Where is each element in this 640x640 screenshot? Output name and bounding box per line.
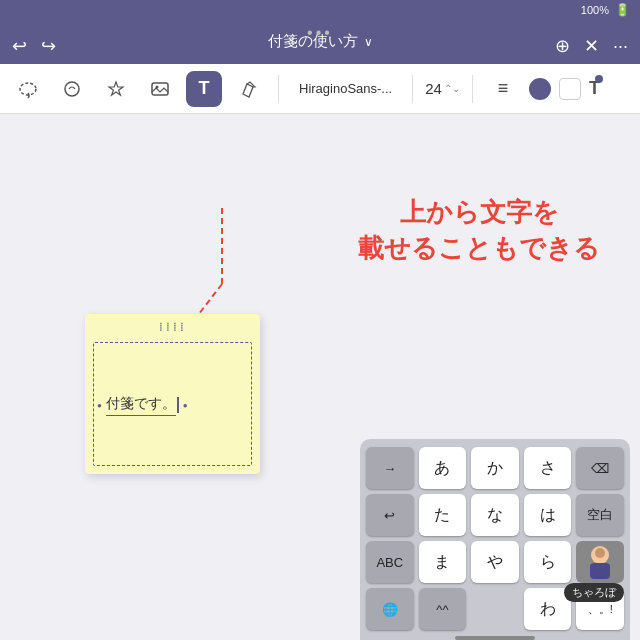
key-na[interactable]: な: [471, 494, 519, 536]
image-tool[interactable]: [142, 71, 178, 107]
overlay-line1: 上から文字を: [358, 194, 600, 230]
keyboard-row-3: ABC ま や ら: [366, 541, 624, 583]
key-ya[interactable]: や: [471, 541, 519, 583]
key-ha[interactable]: は: [524, 494, 572, 536]
canvas-area: 上から文字を 載せることもできる ⁞⁞⁞⁞ ● 付箋です。 ● → あ か さ …: [0, 114, 640, 640]
overlay-line2: 載せることもできる: [358, 230, 600, 266]
key-globe[interactable]: 🌐: [366, 588, 414, 630]
align-icon: ≡: [498, 78, 509, 99]
sticky-cursor: [177, 397, 179, 413]
redo-button[interactable]: ↪: [41, 35, 56, 57]
battery-icon: 🔋: [615, 3, 630, 17]
title-text: 付箋の使い方: [268, 32, 358, 51]
key-ra[interactable]: ら: [524, 541, 572, 583]
key-ta[interactable]: た: [419, 494, 467, 536]
title-bar-left: ↩ ↪: [12, 35, 56, 57]
key-arrow[interactable]: →: [366, 447, 414, 489]
key-empty[interactable]: [471, 588, 519, 630]
key-abc[interactable]: ABC: [366, 541, 414, 583]
keyboard-row-2: ↩ た な は 空白: [366, 494, 624, 536]
key-space[interactable]: 空白: [576, 494, 624, 536]
sticky-note[interactable]: ⁞⁞⁞⁞ ● 付箋です。 ●: [85, 314, 260, 474]
star-tool[interactable]: [98, 71, 134, 107]
sticky-handle-dots: ⁞⁞⁞⁞: [159, 320, 187, 334]
pencil-tool[interactable]: [54, 71, 90, 107]
close-button[interactable]: ✕: [584, 35, 599, 57]
key-ka[interactable]: か: [471, 447, 519, 489]
toolbar-separator3: [472, 75, 473, 103]
more-button[interactable]: ···: [613, 36, 628, 57]
title-chevron: ∨: [364, 35, 373, 49]
font-name: HiraginoSans-...: [299, 81, 392, 96]
toolbar-separator: [278, 75, 279, 103]
font-selector[interactable]: HiraginoSans-...: [291, 77, 400, 100]
key-a[interactable]: あ: [419, 447, 467, 489]
key-ma[interactable]: ま: [419, 541, 467, 583]
avatar-label: ちゃろぼ: [564, 583, 624, 602]
key-avatar[interactable]: [576, 541, 624, 583]
pen-tool[interactable]: [230, 71, 266, 107]
svg-point-9: [595, 548, 605, 558]
battery-text: 100%: [581, 4, 609, 16]
undo-button[interactable]: ↩: [12, 35, 27, 57]
font-size-value: 24: [425, 80, 442, 97]
white-color[interactable]: [559, 78, 581, 100]
sticky-text: 付箋です。: [106, 395, 176, 416]
text-badge-dot: [595, 75, 603, 83]
overlay-text: 上から文字を 載せることもできる: [358, 194, 600, 267]
key-dakuten[interactable]: ^^: [419, 588, 467, 630]
text-tool[interactable]: T: [186, 71, 222, 107]
text-tool-label: T: [199, 78, 210, 99]
upload-button[interactable]: ⊕: [555, 35, 570, 57]
keyboard-bottom-bar: [455, 636, 535, 640]
title-bar-right: ⊕ ✕ ···: [555, 35, 628, 57]
lasso-tool[interactable]: [10, 71, 46, 107]
title-bar: ••• 付箋の使い方 ∨ ↩ ↪ ⊕ ✕ ···: [0, 20, 640, 64]
keyboard-row-1: → あ か さ ⌫: [366, 447, 624, 489]
toolbar-separator2: [412, 75, 413, 103]
key-delete[interactable]: ⌫: [576, 447, 624, 489]
font-size-arrows: ⌃⌄: [444, 83, 460, 94]
align-button[interactable]: ≡: [485, 71, 521, 107]
sticky-handle: ⁞⁞⁞⁞: [85, 314, 260, 336]
color-picker[interactable]: [529, 78, 551, 100]
sticky-content[interactable]: ● 付箋です。 ●: [85, 336, 260, 474]
font-size-selector[interactable]: 24 ⌃⌄: [425, 80, 460, 97]
svg-point-1: [65, 82, 79, 96]
toolbar: T HiraginoSans-... 24 ⌃⌄ ≡ T: [0, 64, 640, 114]
title-bar-title: 付箋の使い方 ∨: [268, 32, 373, 51]
sticky-bullet: ●: [97, 401, 102, 410]
sticky-dot-right: ●: [183, 401, 188, 410]
key-return[interactable]: ↩: [366, 494, 414, 536]
text-badge[interactable]: T: [589, 78, 600, 99]
key-sa[interactable]: さ: [524, 447, 572, 489]
svg-rect-8: [590, 563, 610, 579]
keyboard: → あ か さ ⌫ ↩ た な は 空白 ABC ま や ら: [360, 439, 630, 640]
